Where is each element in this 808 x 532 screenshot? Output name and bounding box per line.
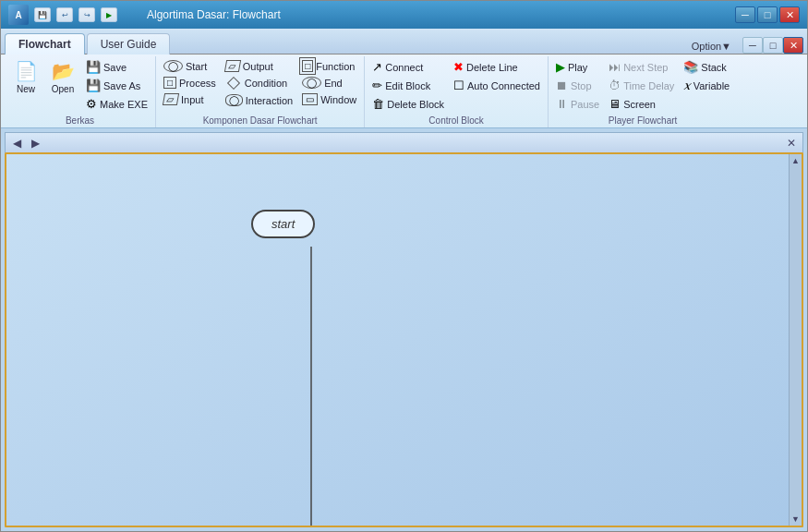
qt-save-btn[interactable]: 💾 [34,7,51,22]
condition-button[interactable]: Condition [222,75,296,91]
title-controls: ─ □ ✕ [735,6,800,23]
komponen-col2: ▱ Output Condition ◯ Interaction [222,58,296,108]
canvas-area[interactable]: start stop ▲ ▼ [5,152,803,527]
edit-block-button[interactable]: ✏ Edit Block [368,77,448,94]
control-col1: ↗ Connect ✏ Edit Block 🗑 Delete Block [368,58,448,113]
new-icon: 📄 [15,60,38,82]
start-node-label: start [271,217,295,231]
end-label: End [324,78,343,89]
tab-option-btn[interactable]: Option▼ [684,39,739,54]
window-title: Algortima Dasar: Flowchart [147,8,281,21]
auto-connected-icon: ☐ [453,79,464,92]
ribbon-group-berkas: 📄 New 📂 Open 💾 Save 💾 Save As [5,56,156,127]
make-exe-button[interactable]: ⚙ Make EXE [82,95,151,113]
delete-block-label: Delete Block [387,99,444,110]
scroll-down-btn[interactable]: ▼ [791,514,800,524]
player-group-label: Player Flowchart [552,114,733,127]
variable-icon: 𝑥 [683,79,690,93]
output-button[interactable]: ▱ Output [222,58,296,74]
title-bar: A 💾 ↩ ↪ ▶ Algortima Dasar: Flowchart ─ □… [1,1,807,29]
ribbon-close-btn[interactable]: ✕ [783,37,803,54]
save-as-button[interactable]: 💾 Save As [82,77,151,94]
screen-icon: 🖥 [609,97,621,111]
edit-block-label: Edit Block [385,80,430,91]
start-button[interactable]: ◯ Start [160,58,220,74]
qt-undo-btn[interactable]: ↩ [56,7,73,22]
canvas-nav-left[interactable]: ◀ [9,136,24,151]
open-label: Open [52,84,74,94]
condition-label: Condition [245,78,287,89]
interaction-button[interactable]: ◯ Interaction [222,92,296,108]
ribbon-group-komponen: ◯ Start □ Process ▱ Input ▱ [156,56,365,127]
new-label: New [17,84,35,94]
delete-line-button[interactable]: ✖ Delete Line [450,58,544,76]
process-icon: □ [163,77,176,89]
tab-user-guide[interactable]: User Guide [87,33,171,54]
delete-block-button[interactable]: 🗑 Delete Block [368,95,448,113]
process-label: Process [179,78,216,89]
tab-flowchart[interactable]: Flowchart [5,33,85,54]
ribbon-group-player: ▶ Play ⏹ Stop ⏸ Pause ⏭ Next Ste [549,56,737,127]
input-button[interactable]: ▱ Input [160,91,220,107]
stack-button[interactable]: 📚 Stack [680,58,733,76]
pause-button[interactable]: ⏸ Pause [552,95,603,113]
main-window: A 💾 ↩ ↪ ▶ Algortima Dasar: Flowchart ─ □… [0,0,808,532]
ribbon-max-btn[interactable]: □ [763,37,783,54]
delete-line-icon: ✖ [453,60,464,74]
tab-bar: Flowchart User Guide Option▼ ─ □ ✕ [1,29,807,54]
auto-connected-button[interactable]: ☐ Auto Connected [450,77,544,94]
save-column: 💾 Save 💾 Save As ⚙ Make EXE [82,58,151,113]
canvas-nav-right[interactable]: ▶ [28,136,42,151]
player-col1: ▶ Play ⏹ Stop ⏸ Pause [552,58,603,113]
save-button[interactable]: 💾 Save [82,58,151,76]
function-label: Function [316,61,355,72]
variable-button[interactable]: 𝑥 Variable [680,77,733,95]
interaction-label: Interaction [246,95,293,106]
close-button[interactable]: ✕ [779,6,800,23]
process-button[interactable]: □ Process [160,75,220,91]
start-icon: ◯ [163,60,183,72]
maximize-button[interactable]: □ [757,6,778,23]
stack-label: Stack [701,62,727,73]
ribbon-min-btn[interactable]: ─ [742,37,763,54]
canvas-toolbar: ◀ ▶ ✕ [5,132,803,152]
function-button[interactable]: □ Function [298,58,360,74]
stop-icon: ⏹ [556,79,568,92]
time-delay-button[interactable]: ⏱ Time Delay [605,77,678,94]
play-button[interactable]: ▶ Play [552,58,603,76]
window-button[interactable]: ▭ Window [298,91,360,107]
minimize-button[interactable]: ─ [735,6,755,23]
canvas-scrollbar[interactable]: ▲ ▼ [789,154,802,526]
komponen-col3: □ Function ◯ End ▭ Window [298,58,360,107]
next-step-button[interactable]: ⏭ Next Step [605,58,678,76]
canvas-close-btn[interactable]: ✕ [784,136,799,151]
ribbon: 📄 New 📂 Open 💾 Save 💾 Save As [1,54,807,128]
save-icon: 💾 [86,60,101,74]
window-label: Window [320,94,356,105]
scroll-up-btn[interactable]: ▲ [791,156,800,165]
connector-svg [6,154,802,526]
berkas-content: 📄 New 📂 Open 💾 Save 💾 Save As [8,58,151,113]
stack-icon: 📚 [683,60,698,74]
flowchart-start-node[interactable]: start [251,210,315,238]
ribbon-group-control: ↗ Connect ✏ Edit Block 🗑 Delete Block ✖ [365,56,549,127]
output-icon: ▱ [224,60,241,72]
new-button[interactable]: 📄 New [8,58,43,96]
player-content: ▶ Play ⏹ Stop ⏸ Pause ⏭ Next Ste [552,58,733,113]
stop-button[interactable]: ⏹ Stop [552,77,603,94]
delete-line-label: Delete Line [466,62,518,73]
screen-button[interactable]: 🖥 Screen [605,95,678,113]
open-button[interactable]: 📂 Open [45,58,80,96]
output-label: Output [243,61,273,72]
berkas-group-label: Berkas [8,114,151,127]
qt-run-btn[interactable]: ▶ [101,7,117,22]
komponen-group-label: Komponen Dasar Flowchart [160,114,360,127]
connect-button[interactable]: ↗ Connect [368,58,448,76]
pause-label: Pause [571,99,599,110]
save-label: Save [103,62,127,73]
end-button[interactable]: ◯ End [298,75,360,91]
save-as-label: Save As [103,80,140,91]
qt-redo-btn[interactable]: ↪ [78,7,95,22]
komponen-content: ◯ Start □ Process ▱ Input ▱ [160,58,360,113]
end-icon: ◯ [302,77,321,89]
